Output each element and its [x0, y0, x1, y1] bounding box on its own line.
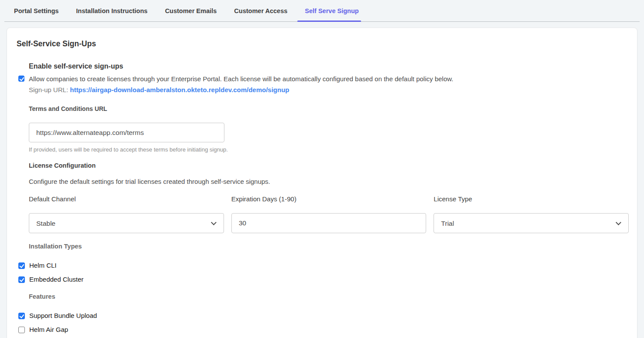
license-type-field: Trial [434, 213, 629, 233]
tab-label: Self Serve Signup [305, 7, 358, 14]
helm-air-gap-checkbox[interactable] [18, 327, 25, 333]
helm-cli-checkbox[interactable] [18, 262, 25, 269]
expiration-days-label: Expiration Days (1-90) [231, 195, 427, 203]
helm-cli-label[interactable]: Helm CLI [29, 262, 57, 269]
support-bundle-upload-label[interactable]: Support Bundle Upload [29, 312, 97, 320]
default-channel-field: Stable [29, 213, 224, 233]
embedded-cluster-label[interactable]: Embedded Cluster [29, 276, 83, 283]
license-type-label: License Type [434, 195, 629, 203]
embedded-cluster-checkbox[interactable] [18, 276, 25, 283]
tab-label: Installation Instructions [76, 7, 148, 14]
signup-url-label: Sign-up URL: [29, 86, 68, 93]
enable-signups-heading: Enable self-service sign-ups [29, 62, 629, 71]
settings-tab-bar: Portal Settings Installation Instruction… [4, 0, 640, 22]
tab-customer-emails[interactable]: Customer Emails [156, 0, 225, 21]
signup-url-link[interactable]: https://airgap-download-amberalston.okte… [70, 86, 289, 93]
terms-url-input[interactable] [29, 123, 224, 142]
license-configuration-description: Configure the default settings for trial… [29, 178, 629, 186]
feature-option-helm-air-gap: Helm Air Gap [18, 325, 629, 334]
settings-header: Portal Settings Installation Instruction… [0, 0, 644, 22]
terms-url-label: Terms and Conditions URL [29, 105, 629, 112]
active-tab-underline [297, 21, 361, 22]
tab-label: Portal Settings [14, 7, 59, 14]
features-heading: Features [29, 293, 629, 300]
terms-url-field-wrap [29, 123, 629, 142]
feature-option-support-bundle-upload: Support Bundle Upload [18, 311, 629, 320]
expiration-days-field [231, 213, 427, 233]
license-configuration-heading: License Configuration [29, 162, 629, 169]
license-config-grid: Default Channel Expiration Days (1-90) L… [29, 195, 629, 233]
support-bundle-upload-checkbox[interactable] [18, 313, 25, 319]
installation-type-option-embedded-cluster: Embedded Cluster [18, 275, 629, 283]
license-type-select[interactable]: Trial [434, 213, 629, 233]
page-title: Self-Service Sign-Ups [17, 38, 629, 49]
terms-url-helper-text: If provided, users will be required to a… [29, 146, 629, 153]
enable-signups-row: Allow companies to create licenses throu… [18, 75, 629, 83]
tab-label: Customer Access [234, 7, 287, 14]
installation-type-option-helm-cli: Helm CLI [18, 261, 629, 269]
tab-installation-instructions[interactable]: Installation Instructions [67, 0, 156, 21]
enable-signups-description: Allow companies to create licenses throu… [29, 75, 453, 83]
signup-url-line: Sign-up URL: https://airgap-download-amb… [29, 86, 629, 94]
default-channel-label: Default Channel [29, 195, 224, 203]
default-channel-select[interactable]: Stable [29, 213, 224, 233]
self-serve-signup-panel: Self-Service Sign-Ups Enable self-servic… [7, 28, 637, 338]
expiration-days-input[interactable] [231, 213, 427, 233]
installation-types-heading: Installation Types [29, 243, 629, 250]
tab-self-serve-signup[interactable]: Self Serve Signup [296, 0, 367, 21]
tab-label: Customer Emails [165, 7, 217, 14]
tab-portal-settings[interactable]: Portal Settings [5, 0, 67, 21]
enable-signups-checkbox[interactable] [18, 76, 24, 82]
helm-air-gap-label[interactable]: Helm Air Gap [29, 326, 68, 334]
tab-customer-access[interactable]: Customer Access [225, 0, 296, 21]
